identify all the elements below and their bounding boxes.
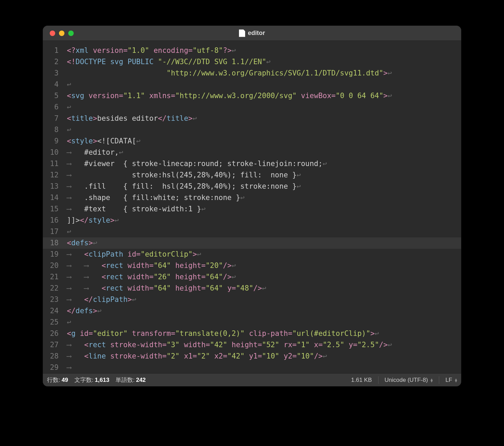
invisible-char-icon: ↩	[67, 80, 71, 89]
token-str: "utf-8"	[193, 46, 223, 55]
invisible-char-icon: ↩	[375, 329, 379, 338]
line-number: 24	[43, 305, 62, 317]
code-line[interactable]: ⟶ ⟶ <rect width="26" height="64"/>↩	[67, 271, 461, 283]
code-line[interactable]: <defs>↩	[67, 237, 461, 249]
code-line[interactable]: ⟶ .shape { fill:white; stroke:none }↩	[67, 192, 461, 203]
token-str: "20"	[206, 261, 223, 270]
token-punc: </	[158, 114, 167, 122]
token-punc: <	[84, 250, 89, 258]
token-punc: <	[67, 239, 71, 247]
token-text	[279, 352, 284, 360]
token-str: "10"	[262, 352, 279, 360]
chevron-updown-icon: ▴▾	[431, 378, 433, 382]
code-line[interactable]: <?xml version="1.0" encoding="utf-8"?>↩	[67, 45, 461, 56]
token-punc: =	[292, 352, 297, 360]
editor-area[interactable]: 1234567891011121314151617181920212223242…	[43, 41, 461, 373]
code-line[interactable]: ↩	[67, 317, 461, 328]
invisible-char-icon: ⟶	[67, 284, 84, 292]
encoding-dropdown[interactable]: Unicode (UTF-8) ▴▾	[385, 377, 433, 384]
code-line[interactable]: ↩	[67, 124, 461, 136]
invisible-char-icon: ↩	[67, 227, 71, 236]
token-tag: title	[167, 114, 188, 122]
code-line[interactable]: ↩	[67, 79, 461, 90]
token-attr: y	[227, 284, 232, 292]
invisible-char-icon: ⟶	[67, 171, 84, 179]
line-number: 15	[43, 203, 62, 215]
status-chars-value: 1,613	[95, 377, 109, 384]
token-punc: =	[149, 284, 154, 292]
token-css: .shape { fill:white; stroke:none }	[84, 193, 240, 202]
token-attr: width	[184, 341, 205, 349]
token-punc: <	[101, 261, 106, 270]
code-line[interactable]: ⟶ <rect stroke-width="3" width="42" heig…	[67, 339, 461, 351]
token-punc: <	[67, 114, 71, 122]
token-str: "http://www.w3.org/2000/svg"	[175, 92, 297, 100]
code-line[interactable]: ⟶ .fill { fill: hsl(245,28%,40%); stroke…	[67, 181, 461, 192]
code-line[interactable]: ⟶ ⟶ <rect width="64" height="64" y="48"/…	[67, 283, 461, 294]
token-punc: =	[201, 261, 206, 270]
code-line[interactable]: ⟶	[67, 362, 461, 373]
token-punc: ?>	[223, 46, 231, 55]
line-number: 22	[43, 283, 62, 294]
code-line[interactable]: <g id="editor" transform="translate(0,2)…	[67, 328, 461, 339]
invisible-char-icon: ↩	[136, 137, 141, 145]
window-title-container: editor	[239, 30, 265, 37]
token-punc: =	[171, 92, 176, 100]
zoom-window-button[interactable]	[68, 31, 74, 36]
code-line[interactable]: ⟶ #editor,↩	[67, 147, 461, 158]
invisible-char-icon: ⟶	[67, 193, 84, 202]
token-punc: >	[370, 329, 375, 338]
titlebar[interactable]: editor	[43, 26, 461, 41]
code-line[interactable]: ⟶ ⟶ <rect width="64" height="20"/>↩	[67, 260, 461, 271]
code-line[interactable]: <svg version="1.1" xmlns="http://www.w3.…	[67, 90, 461, 102]
code-line[interactable]: ↩	[67, 102, 461, 113]
token-str: "translate(0,2)"	[175, 329, 244, 338]
token-punc: =	[123, 46, 128, 55]
code-line[interactable]: </defs>↩	[67, 305, 461, 317]
token-text	[145, 92, 149, 100]
token-cdata: [CDATA[	[106, 137, 136, 145]
token-text	[171, 261, 175, 270]
code-line[interactable]: ↩	[67, 226, 461, 237]
line-ending-dropdown[interactable]: LF ▴▾	[445, 377, 457, 384]
code-line[interactable]: ]]></style>↩	[67, 215, 461, 226]
code-line[interactable]: ⟶ #text { stroke-width:1 }↩	[67, 203, 461, 215]
code-line[interactable]: ⟶ <line stroke-width="2" x1="2" x2="42" …	[67, 351, 461, 362]
code-line[interactable]: ⟶ #viewer { stroke-linecap:round; stroke…	[67, 158, 461, 169]
line-number: 19	[43, 249, 62, 260]
token-text	[297, 92, 301, 100]
token-punc: >	[128, 295, 132, 304]
token-str: "64"	[154, 284, 171, 292]
token-attr: height	[175, 284, 201, 292]
token-punc: =	[201, 273, 206, 281]
code-line[interactable]: <title>besides editor</title>↩	[67, 113, 461, 124]
minimize-window-button[interactable]	[59, 31, 64, 36]
close-window-button[interactable]	[50, 31, 55, 36]
status-words: 単語数: 242	[116, 376, 146, 384]
token-punc: <	[67, 137, 71, 145]
code-content[interactable]: <?xml version="1.0" encoding="utf-8"?>↩<…	[62, 41, 461, 373]
token-punc: =	[232, 284, 236, 292]
token-str: "52"	[262, 341, 279, 349]
token-punc: >	[93, 137, 97, 145]
token-punc: >	[93, 307, 97, 315]
code-line[interactable]: "http://www.w3.org/Graphics/SVG/1.1/DTD/…	[67, 68, 461, 79]
token-str: "1.0"	[128, 46, 149, 55]
invisible-char-icon: ↩	[67, 103, 71, 111]
code-line[interactable]: <!DOCTYPE svg PUBLIC "-//W3C//DTD SVG 1.…	[67, 56, 461, 68]
token-text	[210, 352, 214, 360]
invisible-char-icon: ⟶	[67, 182, 84, 190]
code-line[interactable]: ⟶ <clipPath id="editorClip">↩	[67, 249, 461, 260]
code-line[interactable]: ⟶ stroke:hsl(245,28%,40%); fill: none }↩	[67, 169, 461, 181]
token-cdata: ]]>	[67, 216, 80, 224]
token-attr: xmlns	[149, 92, 171, 100]
token-attr: stroke-width	[110, 341, 162, 349]
token-tag: rect	[106, 261, 128, 270]
line-number: 23	[43, 294, 62, 305]
token-tag: clipPath	[88, 250, 128, 258]
token-css: #text { stroke-width:1 }	[84, 205, 201, 213]
code-line[interactable]: ⟶ </clipPath>↩	[67, 294, 461, 305]
code-line[interactable]: <style><![CDATA[↩	[67, 136, 461, 147]
status-chars-label: 文字数:	[74, 376, 94, 384]
line-number: 8	[43, 124, 62, 136]
